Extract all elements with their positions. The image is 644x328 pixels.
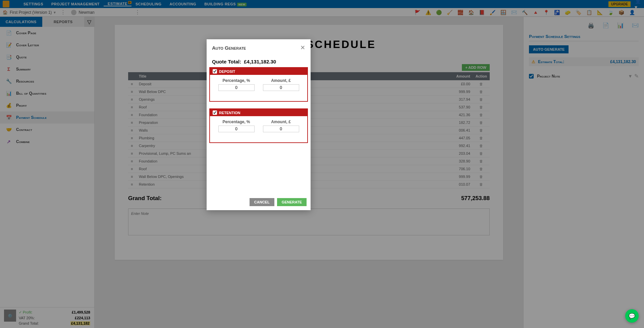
retention-section: RETENTION Percentage, % Amount, £ xyxy=(209,108,308,143)
retention-checkbox[interactable] xyxy=(213,110,217,115)
modal-overlay[interactable] xyxy=(0,0,644,328)
deposit-pct-input[interactable] xyxy=(218,84,255,91)
close-icon[interactable]: ✕ xyxy=(300,44,305,51)
retention-amt-label: Amount, £ xyxy=(263,120,299,124)
retention-pct-input[interactable] xyxy=(218,126,255,132)
deposit-section: DEPOSIT Percentage, % Amount, £ xyxy=(209,67,308,102)
retention-amt-input[interactable] xyxy=(263,126,299,132)
chat-bubble[interactable]: 💬 xyxy=(625,309,639,323)
quote-total-label: Quote Total: xyxy=(212,59,241,64)
deposit-amt-input[interactable] xyxy=(263,84,299,91)
auto-generate-modal: Auto Generate ✕ Quote Total: £4,131,182.… xyxy=(207,39,311,210)
retention-pct-label: Percentage, % xyxy=(218,120,255,124)
modal-title: Auto Generate xyxy=(212,45,246,51)
cancel-button[interactable]: CANCEL xyxy=(250,198,274,206)
quote-total-value: £4,131,182.30 xyxy=(244,59,276,64)
deposit-checkbox[interactable] xyxy=(213,69,217,74)
deposit-pct-label: Percentage, % xyxy=(218,78,255,83)
deposit-amt-label: Amount, £ xyxy=(263,78,299,83)
generate-button[interactable]: GENERATE xyxy=(277,198,307,206)
